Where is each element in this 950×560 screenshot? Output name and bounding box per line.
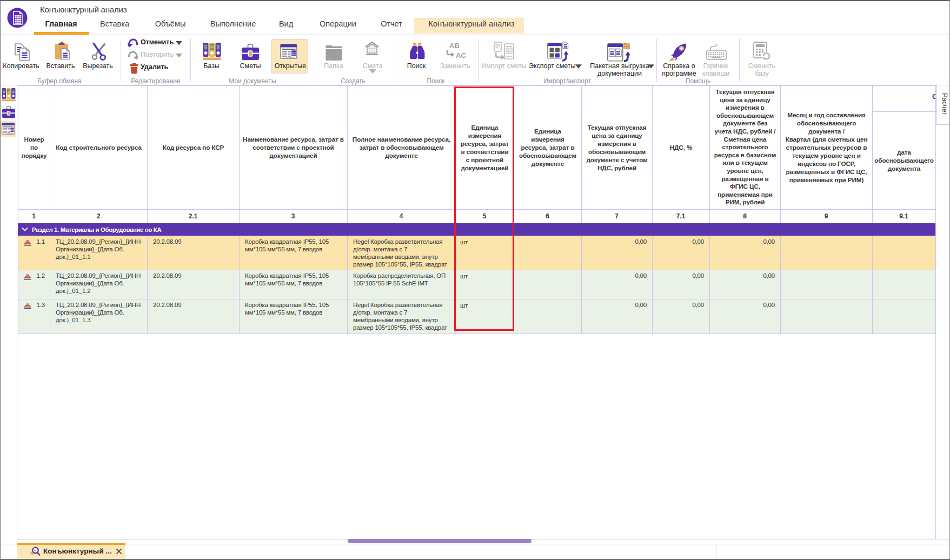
svg-text:AB: AB — [449, 42, 460, 50]
svg-text:AC: AC — [456, 51, 466, 59]
